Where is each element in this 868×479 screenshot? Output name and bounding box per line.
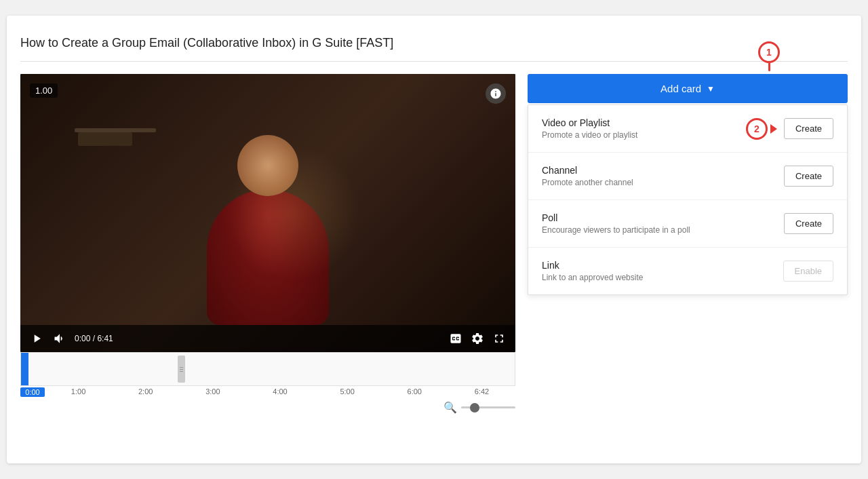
right-panel: 1 Add card ▼ Video or Playlist Promote a… [528,74,848,295]
annotation-arrow [770,124,777,134]
card-option-poll: Poll Encourage viewers to participate in… [528,200,847,248]
timeline-label-0: 0:00 [20,387,45,397]
zoom-search-icon: 🔍 [443,401,457,414]
card-option-right-video: 2 Create [746,118,833,140]
card-option-text-poll: Poll Encourage viewers to participate in… [542,212,690,235]
settings-button[interactable] [469,330,486,347]
timeline-handle[interactable] [178,356,185,383]
timeline-wrapper: 0:00 1:00 2:00 3:00 4:00 5:00 6:00 6:42 … [20,352,515,414]
timeline-label-4: 4:00 [246,387,313,397]
card-option-title-poll: Poll [542,212,690,223]
video-background [20,74,515,352]
cc-button[interactable] [448,330,464,347]
timeline-label-1: 1:00 [45,387,112,397]
video-area: 1.00 0:00 / 6:41 [20,74,515,414]
timeline-labels: 0:00 1:00 2:00 3:00 4:00 5:00 6:00 6:42 [20,386,515,397]
video-container: 1.00 0:00 / 6:41 [20,74,515,352]
annotation-marker-2: 2 [746,118,768,140]
zoom-slider[interactable] [461,406,515,408]
card-option-channel: Channel Promote another channel Create [528,153,847,200]
add-card-button[interactable]: Add card ▼ [528,74,848,103]
annotation-marker-1: 1 [758,41,780,71]
timeline-track[interactable] [20,352,515,386]
marker-1-tail [768,63,770,71]
create-button-poll[interactable]: Create [784,213,833,234]
add-card-label: Add card [660,83,701,94]
card-option-title-video: Video or Playlist [542,117,637,128]
card-option-title-link: Link [542,260,643,271]
card-option-desc-link: Link to an approved website [542,273,643,282]
play-button[interactable] [28,330,45,347]
create-button-channel[interactable]: Create [784,166,833,187]
card-option-right-poll: Create [784,213,833,234]
card-option-link: Link Link to an approved website Enable [528,248,847,294]
marker-1-circle: 1 [758,41,780,63]
card-option-text-video: Video or Playlist Promote a video or pla… [542,117,637,140]
page-title: How to Create a Group Email (Collaborati… [20,36,848,62]
timeline-position-marker [21,353,28,385]
card-option-text-link: Link Link to an approved website [542,260,643,282]
card-option-desc-channel: Promote another channel [542,178,633,187]
card-dropdown: Video or Playlist Promote a video or pla… [528,104,848,295]
card-option-right-channel: Create [784,166,833,187]
fullscreen-button[interactable] [491,330,507,347]
enable-button-link: Enable [783,261,833,282]
video-controls: 0:00 / 6:41 [20,325,515,352]
card-option-video-playlist: Video or Playlist Promote a video or pla… [528,105,847,153]
card-option-right-link: Enable [783,261,833,282]
page-wrapper: How to Create a Group Email (Collaborati… [7,16,861,463]
video-time-badge: 1.00 [30,83,58,98]
card-option-desc-video: Promote a video or playlist [542,130,637,140]
timeline-label-end: 6:42 [448,387,515,397]
create-button-video-playlist[interactable]: Create [784,118,833,139]
card-option-desc-poll: Encourage viewers to participate in a po… [542,225,690,235]
timeline-label-2: 2:00 [112,387,179,397]
main-content: 1.00 0:00 / 6:41 [20,74,848,414]
timeline-label-5: 5:00 [314,387,381,397]
card-option-text-channel: Channel Promote another channel [542,165,633,187]
volume-button[interactable] [52,330,68,347]
timeline-label-6: 6:00 [381,387,448,397]
card-option-title-channel: Channel [542,165,633,176]
timeline-label-3: 3:00 [179,387,246,397]
timeline-bottom-bar: 🔍 [20,401,515,414]
time-display: 0:00 / 6:41 [75,334,113,343]
info-button[interactable] [486,83,506,104]
add-card-chevron: ▼ [707,84,715,94]
